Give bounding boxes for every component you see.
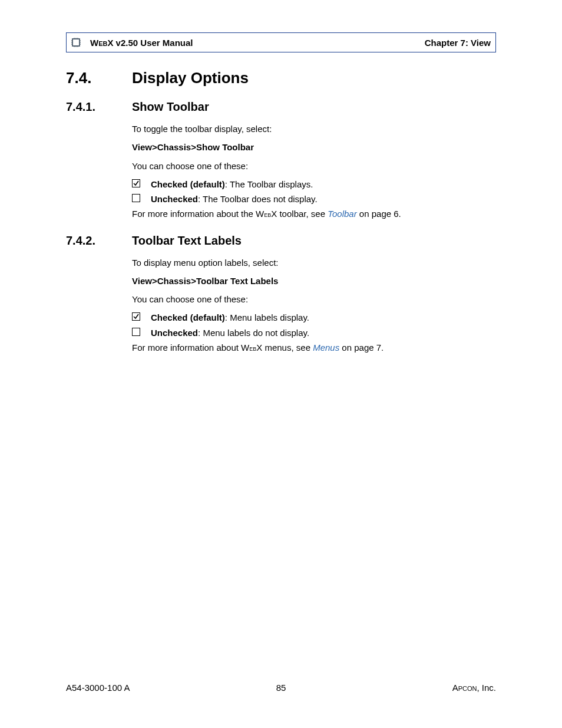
subsection-title: Toolbar Text Labels — [132, 234, 242, 248]
svg-rect-0 — [72, 39, 80, 46]
section-number: 7.4. — [66, 69, 132, 87]
section-heading-7-4: 7.4. Display Options — [66, 69, 496, 87]
option-unchecked: Unchecked: Menu labels do not display. — [132, 326, 496, 340]
option-text: Unchecked: The Toolbar does not display. — [151, 192, 318, 206]
header-product: WebX — [90, 38, 113, 48]
svg-rect-15 — [133, 313, 140, 321]
subsection-number: 7.4.2. — [66, 234, 132, 248]
option-text: Checked (default): The Toolbar displays. — [151, 177, 313, 191]
link-toolbar[interactable]: Toolbar — [328, 209, 356, 219]
subsection-body-7-4-2: To display menu option labels, select: V… — [132, 256, 496, 355]
option-text: Checked (default): Menu labels display. — [151, 311, 309, 324]
footer-page-number: 85 — [66, 683, 496, 693]
menu-path: View>Chassis>Show Toolbar — [132, 140, 496, 154]
choose-text: You can choose one of these: — [132, 159, 496, 173]
page-header: WebX v2.50 User Manual Chapter 7: View — [66, 32, 496, 52]
intro-text: To toggle the toolbar display, select: — [132, 122, 496, 136]
subsection-heading-7-4-1: 7.4.1. Show Toolbar — [66, 100, 496, 114]
more-info: For more information about WebX menus, s… — [132, 341, 496, 354]
intro-text: To display menu option labels, select: — [132, 256, 496, 269]
checkbox-unchecked-icon — [132, 194, 143, 202]
checkbox-unchecked-icon — [132, 328, 143, 336]
subsection-body-7-4-1: To toggle the toolbar display, select: V… — [132, 122, 496, 221]
link-menus[interactable]: Menus — [313, 342, 339, 353]
subsection-heading-7-4-2: 7.4.2. Toolbar Text Labels — [66, 234, 496, 248]
checkbox-checked-icon — [132, 179, 143, 187]
svg-rect-14 — [133, 195, 140, 202]
option-checked: Checked (default): The Toolbar displays. — [132, 177, 496, 191]
more-info: For more information about the WebX tool… — [132, 207, 496, 220]
subsection-number: 7.4.1. — [66, 100, 132, 114]
header-product-rest: v2.50 User Manual — [113, 38, 193, 48]
option-checked: Checked (default): Menu labels display. — [132, 311, 496, 324]
page-footer: A54-3000-100 A 85 Apcon, Inc. — [66, 683, 496, 693]
menu-path: View>Chassis>Toolbar Text Labels — [132, 274, 496, 288]
header-chapter: Chapter 7: View — [425, 38, 491, 48]
svg-rect-16 — [133, 328, 140, 335]
option-unchecked: Unchecked: The Toolbar does not display. — [132, 192, 496, 206]
option-text: Unchecked: Menu labels do not display. — [151, 326, 309, 340]
section-title: Display Options — [132, 69, 249, 87]
svg-rect-13 — [133, 179, 140, 187]
subsection-title: Show Toolbar — [132, 100, 209, 114]
checkbox-checked-icon — [132, 312, 143, 321]
chip-icon — [69, 35, 83, 50]
header-title: WebX v2.50 User Manual — [90, 38, 425, 48]
footer-company: Apcon, Inc. — [452, 683, 496, 693]
choose-text: You can choose one of these: — [132, 292, 496, 306]
footer-doc-number: A54-3000-100 A — [66, 683, 130, 693]
